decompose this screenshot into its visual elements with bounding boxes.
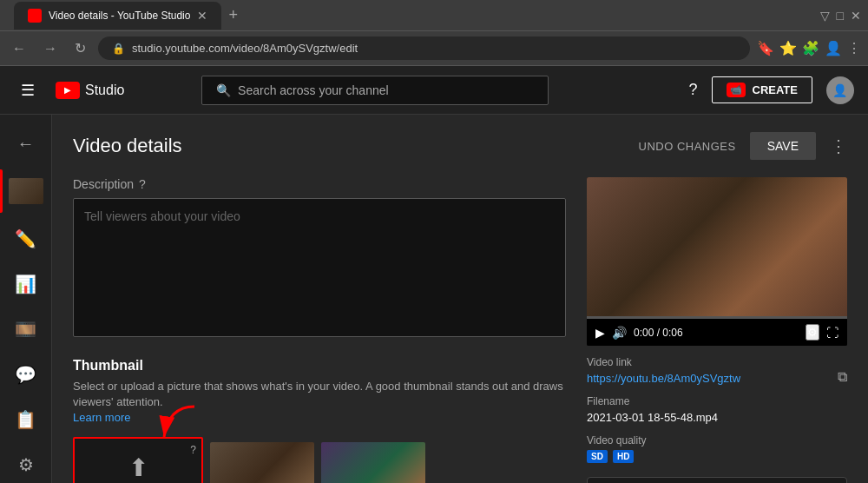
sd-badge: SD — [587, 450, 608, 463]
description-input[interactable]: Tell viewers about your video — [73, 198, 566, 337]
thumbnail-preview-1[interactable] — [210, 442, 314, 483]
active-tab[interactable]: Video details - YouTube Studio ✕ — [14, 2, 221, 30]
video-settings-button[interactable]: ⚙ — [806, 324, 819, 341]
thumbnails-row: ⬆ Upload thumbnail ? — [73, 437, 566, 483]
edit-icon: ✏️ — [15, 228, 36, 249]
profile-icon[interactable]: 👤 — [825, 40, 842, 56]
settings-icon: ⚙ — [18, 454, 34, 475]
video-progress-bar[interactable] — [587, 316, 847, 319]
page-title: Video details — [73, 135, 182, 157]
create-label: CREATE — [753, 83, 798, 96]
save-button[interactable]: SAVE — [750, 132, 816, 160]
sidebar-comments-button[interactable]: 💬 — [0, 352, 51, 397]
quality-section: Video quality SD HD — [587, 434, 847, 463]
quality-label: Video quality — [587, 434, 847, 447]
hamburger-icon[interactable]: ☰ — [14, 74, 42, 107]
browser-nav: ← → ↻ 🔒 studio.youtube.com/video/8Am0ySV… — [0, 31, 868, 66]
upload-thumbnail-button[interactable]: ⬆ Upload thumbnail ? — [73, 437, 203, 483]
star-icon[interactable]: ⭐ — [779, 40, 797, 56]
thumbnail-section: Thumbnail Select or upload a picture tha… — [73, 358, 566, 483]
two-column-layout: Description ? Tell viewers about your vi… — [73, 177, 847, 483]
volume-button[interactable]: 🔊 — [612, 326, 627, 340]
youtube-logo — [56, 82, 80, 99]
subtitles-icon: 📋 — [15, 409, 36, 430]
main-layout: ← ✏️ 📊 🎞️ 💬 📋 ⚙ — [0, 115, 868, 483]
description-label: Description ? — [73, 177, 566, 191]
sidebar-clips-button[interactable]: 🎞️ — [0, 307, 51, 352]
thumbnail-image-2 — [321, 442, 425, 483]
create-button[interactable]: 📹 CREATE — [712, 76, 812, 103]
tab-title: Video details - YouTube Studio — [49, 10, 190, 22]
analytics-icon: 📊 — [15, 274, 36, 294]
sidebar-analytics-button[interactable]: 📊 — [0, 261, 51, 307]
right-column: ▶ 🔊 0:00 / 0:06 ⚙ ⛶ Video link https://y… — [587, 177, 847, 483]
page-header: Video details UNDO CHANGES SAVE ⋮ — [73, 132, 847, 160]
content-area: Video details UNDO CHANGES SAVE ⋮ Descri… — [52, 115, 868, 483]
left-column: Description ? Tell viewers about your vi… — [73, 177, 566, 483]
description-placeholder: Tell viewers about your video — [84, 209, 240, 223]
browser-toolbar: 🔖 ⭐ 🧩 👤 ⋮ — [757, 40, 861, 56]
video-thumbnail-small — [9, 178, 43, 204]
description-help-icon[interactable]: ? — [139, 177, 146, 191]
browser-chrome: Video details - YouTube Studio ✕ + ▽ □ ✕ — [0, 0, 868, 31]
address-text: studio.youtube.com/video/8Am0ySVgztw/edi… — [132, 42, 358, 55]
sidebar-edit-button[interactable]: ✏️ — [0, 216, 51, 261]
app: ☰ Studio 🔍 Search across your channel ? … — [0, 66, 868, 483]
tab-favicon — [28, 9, 42, 23]
lock-icon: 🔒 — [112, 43, 125, 55]
hd-badge: HD — [613, 450, 634, 463]
filename-value: 2021-03-01 18-55-48.mp4 — [587, 411, 847, 424]
browser-tabs: Video details - YouTube Studio ✕ + — [14, 2, 813, 30]
thumbnail-preview-2[interactable] — [321, 442, 425, 483]
sidebar-thumbnail[interactable] — [0, 166, 51, 216]
back-button[interactable]: ← — [7, 37, 31, 60]
video-time: 0:00 / 0:06 — [634, 327, 799, 339]
search-placeholder: Search across your channel — [238, 83, 389, 97]
video-controls: ▶ 🔊 0:00 / 0:06 ⚙ ⛶ — [587, 319, 847, 346]
visibility-box: Visibility 👁 Unlisted ▾ — [587, 477, 847, 483]
video-link-section: Video link https://youtu.be/8Am0ySVgztw … — [587, 356, 847, 385]
thumbnail-help-icon[interactable]: ? — [190, 444, 196, 456]
back-icon: ← — [17, 134, 35, 154]
logo: Studio — [56, 82, 124, 99]
clips-icon: 🎞️ — [15, 319, 36, 340]
tab-close-button[interactable]: ✕ — [197, 9, 207, 23]
filename-label: Filename — [587, 395, 847, 407]
undo-changes-button[interactable]: UNDO CHANGES — [639, 140, 736, 153]
upload-icon: ⬆ — [128, 453, 148, 482]
comments-icon: 💬 — [15, 364, 36, 385]
new-tab-button[interactable]: + — [221, 6, 245, 24]
search-icon: 🔍 — [216, 83, 231, 97]
thumbnail-title: Thumbnail — [73, 358, 566, 374]
active-indicator — [0, 169, 3, 213]
top-actions: ? 📹 CREATE 👤 — [688, 76, 854, 104]
video-frame — [587, 177, 847, 316]
more-options-button[interactable]: ⋮ — [830, 136, 847, 156]
video-link-label: Video link — [587, 356, 847, 368]
quality-badges: SD HD — [587, 450, 847, 463]
create-camera-icon: 📹 — [727, 83, 746, 97]
search-bar[interactable]: 🔍 Search across your channel — [201, 76, 549, 105]
studio-label: Studio — [85, 83, 124, 98]
forward-button[interactable]: → — [38, 37, 62, 60]
thumbnail-description: Select or upload a picture that shows wh… — [73, 379, 566, 427]
learn-more-link[interactable]: Learn more — [73, 411, 130, 424]
extension-icon[interactable]: 🧩 — [802, 40, 819, 56]
play-button[interactable]: ▶ — [595, 326, 605, 340]
sidebar-subtitles-button[interactable]: 📋 — [0, 397, 51, 442]
refresh-button[interactable]: ↻ — [69, 36, 91, 60]
sidebar-back-button[interactable]: ← — [0, 122, 51, 166]
avatar[interactable]: 👤 — [826, 76, 854, 104]
video-preview: ▶ 🔊 0:00 / 0:06 ⚙ ⛶ — [587, 177, 847, 346]
video-link-url[interactable]: https://youtu.be/8Am0ySVgztw — [587, 372, 847, 385]
header-actions: UNDO CHANGES SAVE ⋮ — [639, 132, 848, 160]
copy-link-button[interactable]: ⧉ — [838, 369, 847, 385]
menu-icon[interactable]: ⋮ — [847, 40, 861, 56]
bookmark-icon[interactable]: 🔖 — [757, 40, 774, 56]
thumbnail-image-1 — [210, 442, 314, 483]
sidebar: ← ✏️ 📊 🎞️ 💬 📋 ⚙ — [0, 115, 52, 483]
help-button[interactable]: ? — [688, 81, 697, 99]
address-bar[interactable]: 🔒 studio.youtube.com/video/8Am0ySVgztw/e… — [98, 36, 750, 60]
sidebar-settings-button[interactable]: ⚙ — [0, 442, 51, 483]
fullscreen-button[interactable]: ⛶ — [826, 326, 838, 340]
